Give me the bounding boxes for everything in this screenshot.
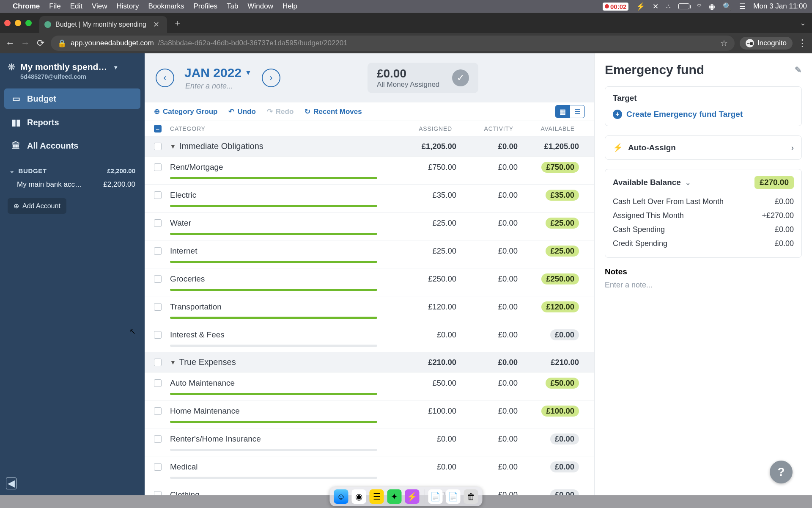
assigned-value[interactable]: £100.00 — [395, 406, 456, 416]
available-value[interactable]: £25.00 — [518, 246, 579, 257]
available-value[interactable]: £50.00 — [518, 378, 579, 389]
available-value[interactable]: £0.00 — [518, 461, 579, 472]
menu-app[interactable]: Chrome — [13, 2, 40, 11]
budget-rows[interactable]: ▼ Immediate Obligations £1,205.00 £0.00 … — [145, 136, 594, 495]
assigned-value[interactable]: £35.00 — [395, 190, 456, 200]
menubar-clock[interactable]: Mon 3 Jan 11:00 — [753, 2, 807, 11]
collapse-sidebar-button[interactable]: ◀ — [6, 478, 16, 489]
dock-app-2[interactable]: ⚡ — [405, 489, 420, 504]
dock-doc-1[interactable]: 📄 — [428, 489, 443, 504]
row-checkbox[interactable] — [154, 275, 162, 283]
nav-budget[interactable]: ▭ Budget — [4, 88, 140, 109]
auto-assign-card[interactable]: ⚡ Auto-Assign › — [605, 135, 802, 160]
menu-bookmarks[interactable]: Bookmarks — [148, 2, 184, 11]
available-value[interactable]: £0.00 — [518, 329, 579, 340]
row-checkbox[interactable] — [154, 163, 162, 171]
assigned-value[interactable]: £250.00 — [395, 274, 456, 284]
incognito-badge[interactable]: ⌐■ Incognito — [740, 37, 793, 50]
col-assigned[interactable]: ASSIGNED — [395, 125, 456, 132]
recent-moves-button[interactable]: ↻Recent Moves — [304, 107, 362, 116]
select-all-checkbox[interactable]: – — [154, 125, 162, 133]
available-value[interactable]: £0.00 — [518, 489, 579, 495]
available-value[interactable]: £750.00 — [518, 162, 579, 173]
assigned-value[interactable]: £25.00 — [395, 246, 456, 256]
row-checkbox[interactable] — [154, 219, 162, 227]
menu-help[interactable]: Help — [283, 2, 297, 11]
dock-doc-2[interactable]: 📄 — [446, 489, 461, 504]
view-grid-icon[interactable]: ▦ — [555, 105, 570, 118]
bookmark-star-icon[interactable]: ☆ — [720, 38, 728, 48]
assigned-value[interactable]: £50.00 — [395, 378, 456, 388]
address-bar[interactable]: 🔒 app.youneedabudget.com/3a8bbdae-d62a-4… — [51, 36, 735, 51]
assigned-value[interactable]: £0.00 — [395, 462, 456, 472]
category-row[interactable]: Auto Maintenance £50.00 £0.00 £50.00 — [145, 373, 594, 400]
workspace-switcher[interactable]: ❋ My monthly spend… 5d485270@uifeed.com … — [4, 59, 140, 87]
to-be-assigned-box[interactable]: £0.00 All Money Assigned ✓ — [368, 63, 478, 93]
category-row[interactable]: Water £25.00 £0.00 £25.00 — [145, 213, 594, 240]
minimize-window-button[interactable] — [15, 20, 21, 26]
undo-button[interactable]: ↶Undo — [228, 107, 255, 116]
category-group-row[interactable]: ▼ True Expenses £210.00 £0.00 £210.00 — [145, 352, 594, 373]
battery-icon[interactable] — [678, 3, 689, 9]
row-checkbox[interactable] — [154, 331, 162, 339]
chevron-down-icon[interactable]: ⌄ — [685, 179, 691, 187]
view-toggle[interactable]: ▦ ☰ — [555, 105, 585, 118]
next-month-button[interactable]: › — [262, 69, 280, 87]
tabs-overflow-icon[interactable]: ⌄ — [800, 18, 806, 28]
row-checkbox[interactable] — [154, 463, 162, 471]
available-value[interactable]: £35.00 — [518, 190, 579, 201]
month-note-input[interactable]: Enter a note... — [185, 82, 252, 91]
dock-chrome[interactable]: ◉ — [352, 489, 366, 504]
month-selector[interactable]: JAN 2022 ▼ — [184, 66, 252, 80]
row-checkbox[interactable] — [154, 379, 162, 387]
col-activity[interactable]: ACTIVITY — [456, 125, 518, 132]
control-center-icon[interactable]: ☰ — [739, 2, 746, 11]
assigned-value[interactable]: £750.00 — [395, 163, 456, 172]
add-account-button[interactable]: ⊕ Add Account — [8, 198, 66, 214]
status-icon-3[interactable]: ∴ — [666, 2, 671, 11]
row-checkbox[interactable] — [154, 247, 162, 255]
notes-input[interactable]: Enter a note... — [605, 281, 802, 290]
row-checkbox[interactable] — [154, 435, 162, 443]
category-row[interactable]: Interest & Fees £0.00 £0.00 £0.00 — [145, 324, 594, 352]
account-row[interactable]: My main bank acc… £2,200.00 — [7, 177, 138, 192]
back-button[interactable]: ← — [5, 38, 15, 49]
user-icon[interactable]: ◉ — [709, 2, 715, 11]
menu-file[interactable]: File — [49, 2, 60, 11]
group-checkbox[interactable] — [154, 143, 162, 150]
category-row[interactable]: Rent/Mortgage £750.00 £0.00 £750.00 — [145, 157, 594, 185]
reload-button[interactable]: ⟳ — [36, 38, 46, 49]
status-icon-2[interactable]: ✕ — [653, 2, 658, 11]
row-checkbox[interactable] — [154, 191, 162, 199]
create-target-link[interactable]: + Create Emergency fund Target — [613, 110, 794, 119]
status-icon-1[interactable]: ⚡ — [636, 2, 645, 11]
fullscreen-window-button[interactable] — [25, 20, 32, 26]
row-checkbox[interactable] — [154, 407, 162, 415]
menu-window[interactable]: Window — [248, 2, 273, 11]
dock-notes[interactable]: ☰ — [370, 489, 384, 504]
available-value[interactable]: £100.00 — [518, 406, 579, 417]
assigned-value[interactable]: £0.00 — [395, 434, 456, 444]
assigned-value[interactable]: £120.00 — [395, 302, 456, 312]
category-row[interactable]: Home Maintenance £100.00 £0.00 £100.00 — [145, 400, 594, 428]
screen-record-indicator[interactable]: 00:02 — [603, 3, 628, 11]
browser-tab[interactable]: Budget | My monthly spending ✕ — [39, 16, 167, 33]
row-checkbox[interactable] — [154, 303, 162, 311]
menu-profiles[interactable]: Profiles — [193, 2, 217, 11]
category-row[interactable]: Internet £25.00 £0.00 £25.00 — [145, 240, 594, 268]
menu-edit[interactable]: Edit — [70, 2, 82, 11]
category-row[interactable]: Electric £35.00 £0.00 £35.00 — [145, 185, 594, 213]
close-tab-icon[interactable]: ✕ — [153, 20, 159, 29]
prev-month-button[interactable]: ‹ — [156, 69, 174, 87]
nav-all-accounts[interactable]: 🏛 All Accounts — [4, 136, 140, 156]
dock-app-1[interactable]: ✦ — [387, 489, 402, 504]
chrome-menu-button[interactable]: ⋮ — [798, 38, 807, 49]
menu-history[interactable]: History — [116, 2, 139, 11]
category-group-row[interactable]: ▼ Immediate Obligations £1,205.00 £0.00 … — [145, 136, 594, 157]
col-category[interactable]: CATEGORY — [170, 125, 395, 132]
col-available[interactable]: AVAILABLE — [518, 125, 579, 132]
available-value[interactable]: £250.00 — [518, 273, 579, 284]
category-row[interactable]: Groceries £250.00 £0.00 £250.00 — [145, 268, 594, 296]
edit-icon[interactable]: ✎ — [795, 65, 802, 75]
category-row[interactable]: Renter's/Home Insurance £0.00 £0.00 £0.0… — [145, 428, 594, 456]
